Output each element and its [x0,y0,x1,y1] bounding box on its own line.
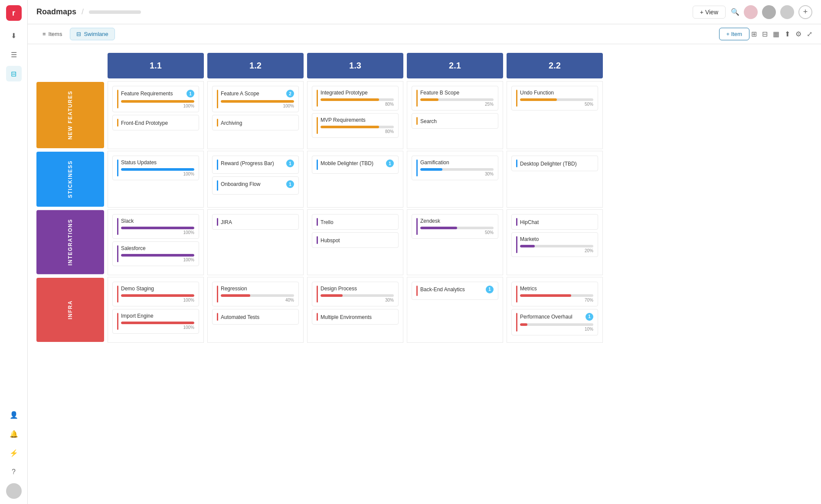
card-mvp-requirements[interactable]: MVP Requirements 80% [312,113,399,138]
progress-bar [121,168,194,171]
card-content: Feature A Scope 2 100% [221,90,294,108]
export-icon[interactable]: ⬆ [785,30,790,38]
card-feature-b-scope[interactable]: Feature B Scope 25% [412,86,498,111]
card-content: Status Updates 100% [121,159,194,176]
toolbar-right-icons: ⊞ ⊟ ▦ ⬆ ⚙ ⤢ [751,30,812,38]
card-border [516,313,517,332]
layout-icon[interactable]: ▦ [773,30,779,38]
fullscreen-icon[interactable]: ⤢ [807,30,812,38]
lightning-icon[interactable]: ⚡ [6,445,22,461]
card-hubspot[interactable]: Hubspot [312,232,399,248]
card-border [217,119,218,127]
card-performance-overhaul[interactable]: Performance Overhaul 1 10% [511,309,598,335]
list-icon[interactable]: ☰ [6,47,22,62]
download-icon[interactable]: ⬇ [6,28,22,43]
card-trello[interactable]: Trello [312,214,399,230]
progress-bar [221,100,294,103]
cell-stickiness-1-2: Reward (Progress Bar) 1 Onboarding Flow … [207,151,304,208]
card-title: Integrated Prototype [321,90,368,96]
card-title: Salesforce [121,245,146,251]
card-jira[interactable]: JIRA [212,214,299,230]
card-border [217,180,218,191]
card-zendesk[interactable]: Zendesk 50% [412,214,498,239]
card-desktop-delighter[interactable]: Desktop Delighter (TBD) [511,156,598,171]
card-content: Undo Function 50% [520,90,593,107]
settings-icon[interactable]: ⚙ [795,30,801,38]
progress-fill [121,100,194,103]
card-undo-function[interactable]: Undo Function 50% [511,86,598,111]
bell-icon[interactable]: 🔔 [6,426,22,442]
card-search[interactable]: Search [412,113,498,129]
add-member-button[interactable]: + [798,5,812,19]
progress-label: 30% [420,172,494,176]
card-content: Desktop Delighter (TBD) [520,159,593,167]
card-title: Front-End Prototype [121,120,168,126]
progress-label: 25% [420,102,494,107]
card-multiple-environments[interactable]: Multiple Environments [312,309,399,325]
card-regression[interactable]: Regression 40% [212,282,299,306]
card-reward-progress[interactable]: Reward (Progress Bar) 1 [212,156,299,174]
swimlane-icon: ⊟ [76,31,81,37]
progress-bar [121,322,194,324]
card-border [317,117,318,134]
card-salesforce[interactable]: Salesforce 100% [112,241,199,266]
tab-items[interactable]: ≡ Items [36,28,68,40]
tab-swimlane[interactable]: ⊟ Swimlane [70,28,114,40]
card-hipchat[interactable]: HipChat [511,214,598,230]
card-content: Reward (Progress Bar) 1 [221,159,294,170]
card-frontend-prototype[interactable]: Front-End Prototype [112,115,199,130]
card-feature-a-scope[interactable]: Feature A Scope 2 100% [212,86,299,112]
card-status-updates[interactable]: Status Updates 100% [112,156,199,180]
card-import-engine[interactable]: Import Engine 100% [112,309,199,334]
card-border [217,218,218,226]
card-onboarding-flow[interactable]: Onboarding Flow 1 [212,176,299,195]
cell-integrations-2-2: HipChat Marketo [507,209,603,275]
progress-bar [121,254,194,257]
cell-new-features-2-2: Undo Function 50% [507,81,603,149]
cell-new-features-1-3: Integrated Prototype 80% [307,81,403,149]
search-icon[interactable]: 🔍 [731,8,739,16]
add-view-button[interactable]: + View [693,6,726,19]
col-header-4: 2.1 [407,53,503,78]
filter-icon[interactable]: ⊞ [751,30,757,38]
card-border [117,218,118,235]
card-content: Integrated Prototype 80% [321,90,394,107]
card-title: Mobile Delighter (TBD) [321,160,373,166]
person-icon[interactable]: 👤 [6,407,22,423]
columns-icon[interactable]: ⊟ [762,30,768,38]
row-label-stickiness: Stickiness [36,152,104,207]
progress-bar [121,294,194,297]
card-content: Feature Requirements 1 100% [121,90,194,108]
card-design-process[interactable]: Design Process 30% [312,282,399,306]
question-icon[interactable]: ? [6,464,22,480]
progress-fill [520,294,571,297]
progress-bar [520,294,593,297]
card-automated-tests[interactable]: Automated Tests [212,309,299,325]
card-backend-analytics[interactable]: Back-End Analytics 1 [412,282,498,300]
main-content: Roadmaps / + View 🔍 + ≡ Items ⊟ Swimlane… [28,0,821,504]
progress-bar [420,168,494,171]
card-border [416,159,418,176]
progress-fill [221,294,250,297]
card-archiving[interactable]: Archiving [212,115,299,130]
card-marketo[interactable]: Marketo 20% [511,232,598,257]
progress-bar [321,126,394,128]
card-title: Zendesk [420,218,440,224]
progress-bar [121,100,194,103]
add-item-button[interactable]: + Item [719,28,750,40]
card-title: Reward (Progress Bar) [221,160,274,166]
card-slack[interactable]: Slack 100% [112,214,199,239]
card-metrics[interactable]: Metrics 70% [511,282,598,306]
card-title: Undo Function [520,90,554,96]
card-title: Desktop Delighter (TBD) [520,161,577,167]
card-gamification[interactable]: Gamification 30% [412,156,498,180]
app-logo[interactable]: r [6,5,22,21]
cell-integrations-1-3: Trello Hubspot [307,209,403,275]
card-feature-requirements[interactable]: Feature Requirements 1 100% [112,86,199,112]
progress-bar [420,98,494,101]
user-avatar[interactable] [6,483,22,499]
roadmap-icon[interactable]: ⊟ [6,66,22,81]
card-mobile-delighter[interactable]: Mobile Delighter (TBD) 1 [312,156,399,174]
card-integrated-prototype[interactable]: Integrated Prototype 80% [312,86,399,111]
card-demo-staging[interactable]: Demo Staging 100% [112,282,199,306]
